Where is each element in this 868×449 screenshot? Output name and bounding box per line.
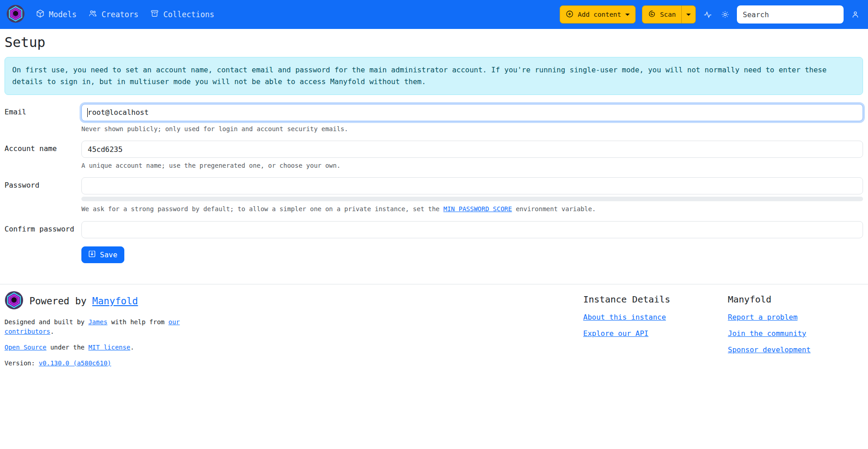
password-help-text: We ask for a strong password by default;… <box>81 205 443 213</box>
version-text: Version: v0.130.0 (a580c610) <box>5 359 185 369</box>
save-icon <box>88 250 96 260</box>
email-label: Email <box>5 104 81 133</box>
about-instance-link[interactable]: About this instance <box>583 313 728 321</box>
report-problem-link[interactable]: Report a problem <box>728 313 863 321</box>
activity-pulse-icon <box>703 10 712 19</box>
email-help: Never shown publicly; only used for logi… <box>81 124 863 133</box>
credits-suffix: . <box>50 328 54 335</box>
save-button[interactable]: Save <box>81 246 124 263</box>
license-text: Open Source under the MIT license. <box>5 343 185 353</box>
manyfold-logo-icon <box>5 291 24 312</box>
credits-prefix: Designed and built by <box>5 318 88 326</box>
credits-text: Designed and built by James with help fr… <box>5 317 185 337</box>
add-content-button[interactable]: Add content <box>560 5 636 24</box>
scan-split-button: Scan <box>642 5 696 24</box>
email-field[interactable] <box>81 104 863 121</box>
mit-license-link[interactable]: MIT license <box>88 344 130 351</box>
activity-button[interactable] <box>702 9 713 20</box>
password-help: We ask for a strong password by default;… <box>81 204 863 213</box>
top-navbar: Models Creators Collections <box>0 0 868 29</box>
confirm-password-row: Confirm password <box>5 221 863 238</box>
license-middle: under the <box>47 344 89 351</box>
james-link[interactable]: James <box>88 318 107 326</box>
manyfold-link[interactable]: Manyfold <box>92 296 138 307</box>
gear-icon <box>721 10 730 19</box>
add-content-label: Add content <box>578 11 621 18</box>
powered-by-prefix: Powered by <box>29 296 92 307</box>
footer-instance-column: Instance Details About this instance Exp… <box>583 291 728 345</box>
archive-icon <box>150 9 159 20</box>
account-name-field[interactable] <box>81 141 863 158</box>
scan-spiral-icon <box>648 10 656 19</box>
page-footer: Powered by Manyfold Designed and built b… <box>0 284 868 369</box>
confirm-password-field[interactable] <box>81 221 863 238</box>
person-icon <box>851 10 860 19</box>
page-title: Setup <box>5 34 863 51</box>
app-logo[interactable] <box>6 5 25 25</box>
manyfold-logo-icon <box>6 5 25 25</box>
people-icon <box>88 9 97 20</box>
primary-nav: Models Creators Collections <box>31 6 219 23</box>
credits-middle: with help from <box>108 318 169 326</box>
password-help-suffix: environment variable. <box>512 205 595 213</box>
settings-button[interactable] <box>720 9 731 20</box>
nav-item-collections[interactable]: Collections <box>146 6 219 23</box>
plus-circle-icon <box>566 10 574 19</box>
account-name-label: Account name <box>5 141 81 170</box>
nav-item-creators[interactable]: Creators <box>84 6 143 23</box>
navbar-actions: Add content Scan <box>560 5 861 24</box>
cube-icon <box>36 9 45 20</box>
open-source-link[interactable]: Open Source <box>5 344 47 351</box>
setup-page: Setup On first use, you need to set an a… <box>0 29 868 263</box>
password-row: Password We ask for a strong password by… <box>5 177 863 213</box>
join-community-link[interactable]: Join the community <box>728 329 863 338</box>
explore-api-link[interactable]: Explore our API <box>583 329 728 338</box>
confirm-password-label: Confirm password <box>5 221 81 238</box>
nav-item-label: Creators <box>101 10 138 19</box>
password-strength-meter <box>81 197 863 201</box>
manyfold-heading: Manyfold <box>728 294 863 305</box>
license-suffix: . <box>130 344 134 351</box>
setup-form: Email Never shown publicly; only used fo… <box>5 104 863 263</box>
save-button-label: Save <box>100 250 118 259</box>
chevron-down-icon <box>625 14 630 16</box>
footer-manyfold-column: Manyfold Report a problem Join the commu… <box>728 291 863 362</box>
powered-by-text: Powered by Manyfold <box>29 296 138 307</box>
min-password-score-link[interactable]: MIN PASSWORD SCORE <box>443 205 512 213</box>
account-name-row: Account name A unique account name; use … <box>5 141 863 170</box>
nav-item-models[interactable]: Models <box>31 6 81 23</box>
footer-brand-column: Powered by Manyfold Designed and built b… <box>5 291 583 369</box>
scan-button[interactable]: Scan <box>642 5 681 24</box>
password-label: Password <box>5 177 81 213</box>
email-row: Email Never shown publicly; only used fo… <box>5 104 863 133</box>
nav-item-label: Models <box>49 10 76 19</box>
chevron-down-icon <box>686 14 691 16</box>
account-name-help: A unique account name; use the pregenera… <box>81 161 863 170</box>
version-link[interactable]: v0.130.0 (a580c610) <box>39 359 111 367</box>
profile-button[interactable] <box>850 9 861 20</box>
text-cursor <box>87 108 88 117</box>
nav-item-label: Collections <box>163 10 214 19</box>
search-input[interactable] <box>737 5 844 24</box>
scan-dropdown-toggle[interactable] <box>681 5 696 24</box>
instance-details-heading: Instance Details <box>583 294 728 305</box>
scan-label: Scan <box>660 11 676 18</box>
version-label: Version: <box>5 359 39 367</box>
info-alert: On first use, you need to set an account… <box>5 57 863 95</box>
password-field[interactable] <box>81 177 863 194</box>
sponsor-development-link[interactable]: Sponsor development <box>728 345 863 354</box>
